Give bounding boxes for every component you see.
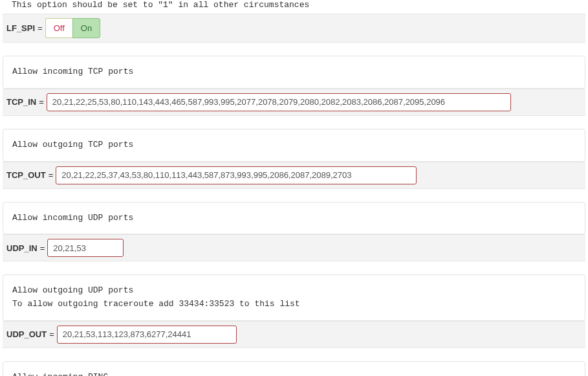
tcp-in-description: Allow incoming TCP ports — [3, 56, 585, 89]
tcp-out-input[interactable] — [56, 166, 417, 184]
udp-out-description: Allow outgoing UDP ports To allow outgoi… — [3, 274, 585, 321]
tcp-in-label: TCP_IN — [6, 97, 36, 107]
lf-spi-off-button[interactable]: Off — [45, 18, 72, 38]
tcp-out-description: Allow outgoing TCP ports — [3, 129, 585, 162]
udp-out-row: UDP_OUT = — [3, 321, 585, 348]
lf-spi-label: LF_SPI — [6, 23, 35, 33]
icmp-in-description: Allow incoming PING — [3, 361, 585, 376]
lf-spi-row: LF_SPI = Off On — [3, 14, 585, 43]
previous-setting-description-fragment: This option should be set to "1" in all … — [0, 0, 588, 14]
lf-spi-on-button[interactable]: On — [72, 18, 100, 38]
udp-in-label: UDP_IN — [6, 243, 38, 253]
udp-in-input[interactable] — [47, 239, 124, 257]
udp-out-input[interactable] — [57, 326, 237, 344]
tcp-in-row: TCP_IN = — [3, 89, 585, 116]
lf-spi-toggle: Off On — [45, 18, 100, 38]
tcp-out-row: TCP_OUT = — [3, 162, 585, 189]
udp-out-label: UDP_OUT — [6, 329, 47, 339]
equals-sign: = — [49, 329, 54, 339]
udp-in-description: Allow incoming UDP ports — [3, 202, 585, 235]
equals-sign: = — [38, 23, 43, 33]
udp-in-row: UDP_IN = — [3, 234, 585, 261]
equals-sign: = — [39, 97, 44, 107]
tcp-in-input[interactable] — [47, 93, 511, 111]
equals-sign: = — [40, 243, 45, 253]
equals-sign: = — [49, 170, 54, 180]
tcp-out-label: TCP_OUT — [6, 170, 46, 180]
